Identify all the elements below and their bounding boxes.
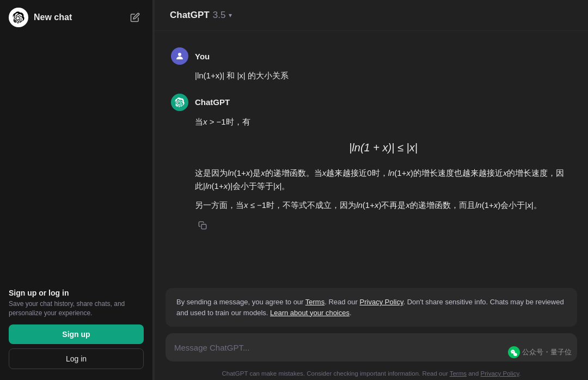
brand-logo [9,8,28,27]
watermark: 公众号・量子位 [508,346,572,358]
assistant-message-header: ChatGPT [171,94,572,111]
svg-point-0 [178,53,181,56]
model-name: ChatGPT [170,10,210,21]
sidebar-history-area [4,33,148,282]
user-avatar [171,47,188,65]
main-content: ChatGPT 3.5 ▾ You |ln(1+x)| 和 |x| 的大小关系 [155,0,588,380]
chatgpt-avatar [171,94,188,111]
svg-rect-1 [201,224,206,229]
privacy-link[interactable]: Privacy Policy [360,298,403,306]
user-message-header: You [171,47,572,65]
sidebar: New chat Sign up or log in Save your cha… [0,0,152,380]
footer-text3: . [519,370,520,377]
chat-messages: You |ln(1+x)| 和 |x| 的大小关系 ChatGPT 当x > −… [155,31,588,284]
brand-title: New chat [34,13,72,22]
sidebar-header: New chat [4,4,148,30]
chevron-down-icon: ▾ [229,11,232,19]
wechat-icon [508,346,520,358]
input-placeholder: Message ChatGPT... [174,343,249,352]
watermark-text: 公众号・量子位 [522,347,572,357]
footer: ChatGPT can make mistakes. Consider chec… [155,367,588,380]
terms-link[interactable]: Terms [305,298,324,306]
learn-choices-link[interactable]: Learn about your choices [270,309,350,317]
signup-button[interactable]: Sign up [9,324,144,344]
assistant-message: ChatGPT 当x > −1时，有 |ln(1 + x)| ≤ |x| 这是因… [155,88,588,238]
disclaimer-text1: By sending a message, you agree to our [176,298,305,306]
footer-text2: and [467,370,481,377]
assistant-author: ChatGPT [195,97,230,107]
model-selector[interactable]: ChatGPT 3.5 ▾ [166,8,236,23]
footer-text1: ChatGPT can make mistakes. Consider chec… [222,370,449,377]
math-formula: |ln(1 + x)| ≤ |x| [195,139,572,157]
model-version: 3.5 [213,10,226,21]
user-message: You |ln(1+x)| 和 |x| 的大小关系 [155,42,588,88]
signup-desc: Save your chat history, share chats, and… [9,299,144,318]
input-area: Message ChatGPT... 公众号・量子位 ▼ [155,333,588,367]
user-message-body: |ln(1+x)| 和 |x| 的大小关系 [195,69,572,83]
copy-button[interactable] [195,218,210,233]
new-chat-button[interactable] [126,9,144,26]
sidebar-bottom: Sign up or log in Save your chat history… [4,282,148,376]
assistant-message-body: 当x > −1时，有 |ln(1 + x)| ≤ |x| 这是因为ln(1+x)… [195,115,572,212]
disclaimer-text4: . [350,309,352,317]
disclaimer-box: By sending a message, you agree to our T… [166,288,577,327]
footer-terms-link[interactable]: Terms [450,370,467,377]
user-author: You [195,52,210,61]
login-button[interactable]: Log in [9,348,144,369]
signup-title: Sign up or log in [9,289,144,297]
signup-prompt: Sign up or log in Save your chat history… [9,289,144,318]
openai-logo-icon [13,11,24,23]
chat-header: ChatGPT 3.5 ▾ [155,0,588,31]
footer-privacy-link[interactable]: Privacy Policy [481,370,519,377]
disclaimer-text2: . Read our [324,298,359,306]
brand: New chat [9,8,72,27]
